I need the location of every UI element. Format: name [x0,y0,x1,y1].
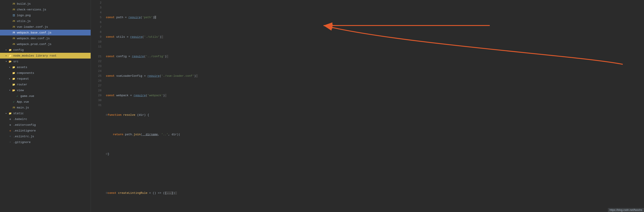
js-icon-webpack-prod: JS [12,42,16,46]
folder-icon-view: 📂 [12,88,16,92]
sidebar-label-webpack-prod: webpack.prod.conf.js [17,43,52,46]
sidebar-item-editorconfig[interactable]: ⚙ .editorconfig [0,122,91,128]
sidebar-label-vue-loader: vue-loader.conf.js [17,25,48,29]
sidebar-label-src: src [13,60,18,63]
code-line-2: const path = require('path')█ [106,15,644,20]
code-line-4: const config = require('../config') [106,54,644,59]
sidebar-item-gitignore[interactable]: ◦ .gitignore [0,139,91,145]
js-icon-utils: JS [12,19,16,23]
code-line-7: ⊟function resolve (dir) { [106,113,644,118]
code-content[interactable]: const path = require('path')█ const util… [104,0,644,212]
folder-icon-assets: 📁 [12,65,16,69]
sidebar-label-editorconfig: .editorconfig [13,123,36,127]
sidebar-label-view: view [17,89,24,92]
arrow-assets [8,65,12,69]
js-icon-main: JS [12,105,16,110]
sidebar-item-vue-loader[interactable]: JS vue-loader.conf.js [0,24,91,30]
sidebar-item-eslintignore[interactable]: ⚙ .eslintignore [0,128,91,133]
status-bar: https://blog.csdn.net/fwxxhs [608,208,644,212]
png-icon-logo: 🖼 [12,13,16,18]
config-icon-editor: ⚙ [8,123,12,127]
js-icon-check: JS [12,7,16,12]
sidebar-item-main-js[interactable]: JS main.js [0,105,91,110]
sidebar-item-build-js[interactable]: JS build.js [0,1,91,7]
arrow-config [4,48,8,52]
vue-icon-app: ✓ [12,100,16,104]
folder-icon-request: 📁 [12,77,16,81]
sidebar-label-utils: utils.js [17,20,30,23]
arrow-src [4,60,8,63]
sidebar-label-check-versions: check-versions.js [17,8,46,11]
status-url: https://blog.csdn.net/fwxxhs [610,208,642,211]
sidebar-item-router[interactable]: 📁 router [0,82,91,87]
code-line-21 [106,210,644,212]
folder-icon-components: 📁 [12,71,16,75]
code-editor: 2 3 4 5 6 7 8 9 10 11 21 22 23 24 25 26 … [91,0,644,212]
sidebar-label-static: static [13,112,24,115]
sidebar-item-src[interactable]: 📂 src [0,59,91,64]
sidebar-label-assets: assets [17,66,27,69]
code-line-5: const vueLoaderConfig = require('./vue-l… [106,74,644,79]
js-icon-webpack-base: JS [12,30,16,35]
sidebar-item-static[interactable]: 📁 static [0,110,91,116]
sidebar-label-build-js: build.js [17,2,30,6]
vue-icon-game: ✓ [15,94,20,98]
sidebar-label-router: router [17,83,27,86]
js-icon-webpack-dev: JS [12,36,16,41]
eslintrc-icon: ○ [8,134,12,139]
sidebar-item-assets[interactable]: 📁 assets [0,64,91,70]
code-line-6: const webpack = require('webpack') [106,93,644,98]
code-line-11: ⊟const createLintingRule = () => ({...}) [106,191,644,195]
sidebar-item-logo-png[interactable]: 🖼 logo.png [0,13,91,18]
sidebar-item-check-versions[interactable]: JS check-versions.js [0,7,91,13]
sidebar-label-main-js: main.js [17,106,29,109]
arrow-view [8,89,12,92]
sidebar-item-webpack-prod[interactable]: JS webpack.prod.conf.js [0,41,91,47]
sidebar-item-babelrc[interactable]: ⚙ .babelrc [0,116,91,122]
sidebar-item-view[interactable]: 📂 view [0,87,91,93]
sidebar-label-node-modules: node_modules library root [13,54,56,57]
sidebar-label-logo: logo.png [17,14,30,17]
sidebar-label-webpack-dev: webpack.dev.conf.js [17,37,50,40]
sidebar-label-eslintignore: .eslintignore [13,129,36,132]
folder-icon-static: 📁 [8,111,12,116]
sidebar-label-eslintrc: .eslintrc.js [13,135,34,138]
folder-icon-config: 📁 [8,48,12,52]
sidebar-item-node-modules[interactable]: 📁 node_modules library root [0,53,91,59]
sidebar-item-webpack-base[interactable]: JS webpack.base.conf.js [0,30,91,36]
arrow-node-modules [4,54,8,57]
code-area[interactable]: 2 3 4 5 6 7 8 9 10 11 21 22 23 24 25 26 … [91,0,644,212]
sidebar-label-babelrc: .babelrc [13,118,27,121]
arrow-request [8,77,12,81]
eslint-icon-ignore: ⚙ [8,128,12,133]
sidebar-label-webpack-base: webpack.base.conf.js [17,31,52,34]
git-icon-ignore: ◦ [8,140,12,144]
code-line-3: const utils = require('./utils') [106,35,644,40]
sidebar-item-config[interactable]: 📁 config [0,47,91,53]
sidebar-item-game-vue[interactable]: ✓ game.vue [0,93,91,99]
sidebar-label-app-vue: App.vue [17,100,29,104]
folder-icon-src: 📂 [8,59,12,64]
code-line-10 [106,171,644,176]
sidebar-item-webpack-dev[interactable]: JS webpack.dev.conf.js [0,36,91,41]
sidebar-item-request[interactable]: 📁 request [0,76,91,82]
sidebar-label-components: components [17,71,34,75]
sidebar-item-eslintrc[interactable]: ○ .eslintrc.js [0,133,91,139]
code-line-8: return path.join(__dirname, '..', dir)| [106,132,644,137]
line-numbers: 2 3 4 5 6 7 8 9 10 11 21 22 23 24 25 26 … [91,0,104,212]
sidebar-item-components[interactable]: 📁 components [0,70,91,76]
folder-icon-router: 📁 [12,82,16,87]
folder-icon-node-modules: 📁 [8,54,12,58]
arrow-static [4,112,8,115]
code-line-9: ⊟} [106,152,644,157]
js-icon-vue-loader: JS [12,25,16,29]
js-icon-build: JS [12,2,16,6]
config-icon-babelrc: ⚙ [8,117,12,121]
sidebar-item-app-vue[interactable]: ✓ App.vue [0,99,91,105]
sidebar-label-config: config [13,48,24,52]
sidebar-item-utils-js[interactable]: JS utils.js [0,18,91,24]
sidebar-label-game-vue: game.vue [20,94,34,98]
file-tree: JS build.js JS check-versions.js 🖼 logo.… [0,0,91,212]
sidebar-label-gitignore: .gitignore [13,141,30,144]
sidebar-label-request: request [17,77,29,81]
